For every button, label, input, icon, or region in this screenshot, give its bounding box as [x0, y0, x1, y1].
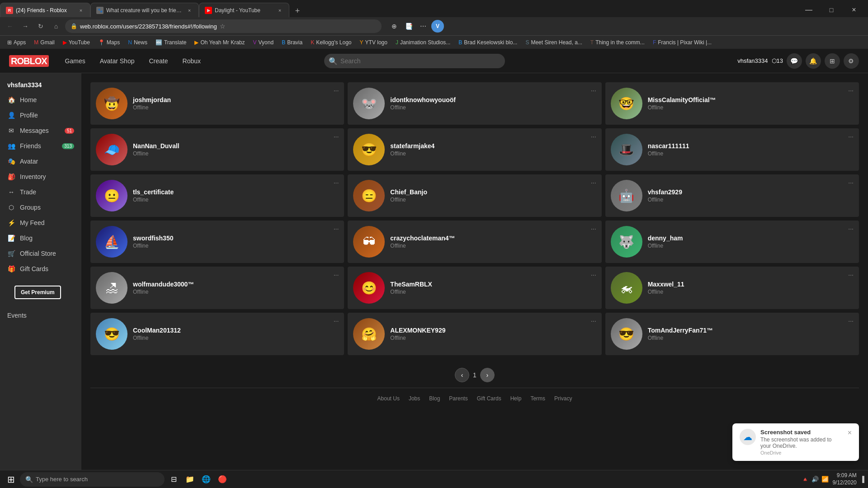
- bookmark-thing[interactable]: T Thing in the comm...: [587, 38, 648, 47]
- tab-youtube[interactable]: ▶ Daylight - YouTube ×: [199, 3, 289, 17]
- volume-icon[interactable]: 🔊: [811, 476, 819, 483]
- friend-menu-button-9[interactable]: ···: [846, 178, 855, 187]
- bookmark-janimation[interactable]: J Janimation Studios...: [392, 38, 454, 47]
- extensions-button[interactable]: ⊕: [388, 20, 401, 33]
- sidebar-item-trade[interactable]: ↔ Trade: [0, 184, 81, 200]
- bookmark-brad[interactable]: B Brad Keselowski blo...: [455, 38, 521, 47]
- show-desktop-button[interactable]: ▐: [860, 476, 864, 483]
- footer-privacy[interactable]: Privacy: [554, 395, 572, 402]
- get-premium-button[interactable]: Get Premium: [14, 286, 61, 299]
- chrome-button[interactable]: 🔴: [215, 472, 230, 487]
- nav-avatar-shop[interactable]: Avatar Shop: [93, 54, 142, 68]
- bookmark-ytv[interactable]: Y YTV logo: [356, 38, 391, 47]
- friend-menu-button-16[interactable]: ···: [332, 316, 341, 325]
- prev-page-button[interactable]: ‹: [455, 368, 469, 382]
- sidebar-item-home[interactable]: 🏠 Home: [0, 92, 81, 108]
- network-icon[interactable]: 📶: [821, 476, 829, 483]
- notification-close-button[interactable]: ×: [848, 429, 852, 437]
- sidebar-events[interactable]: Events: [0, 308, 81, 323]
- sidebar-item-messages[interactable]: ✉ Messages 51: [0, 123, 81, 138]
- browser-menu-button[interactable]: ⋯: [417, 20, 429, 33]
- up-arrow-icon[interactable]: 🔺: [802, 476, 809, 483]
- friend-menu-button-18[interactable]: ···: [846, 316, 855, 325]
- bookmark-maps[interactable]: 📍 Maps: [94, 38, 123, 47]
- bookmark-news[interactable]: N News: [124, 38, 151, 47]
- bookmark-francis[interactable]: F Francis | Pixar Wiki |...: [649, 38, 715, 47]
- friend-card-8[interactable]: 😑 Chief_Banjo Offline ···: [348, 174, 601, 217]
- friend-card-10[interactable]: ⛵ swordfish350 Offline ···: [90, 221, 344, 263]
- sidebar-item-myfeed[interactable]: ⚡ My Feed: [0, 215, 81, 230]
- friend-menu-button-12[interactable]: ···: [846, 224, 855, 233]
- footer-about[interactable]: About Us: [377, 395, 400, 402]
- sidebar-item-inventory[interactable]: 🎒 Inventory: [0, 169, 81, 184]
- bookmark-star-icon[interactable]: ☆: [220, 23, 226, 30]
- file-explorer-button[interactable]: 📁: [183, 472, 197, 487]
- bookmark-apps[interactable]: ⊞ Apps: [4, 38, 29, 47]
- friend-card-14[interactable]: 😊 TheSamRBLX Offline ···: [348, 267, 601, 309]
- friend-card-9[interactable]: 🤖 vhsfan2929 Offline ···: [605, 174, 859, 217]
- home-button[interactable]: ⌂: [50, 20, 62, 33]
- footer-giftcards[interactable]: Gift Cards: [477, 395, 501, 402]
- friend-menu-button-2[interactable]: ···: [589, 86, 598, 95]
- friend-menu-button-7[interactable]: ···: [332, 178, 341, 187]
- friend-card-18[interactable]: 😎 TomAndJerryFan71™ Offline ···: [605, 313, 859, 355]
- tab-close-youtube[interactable]: ×: [276, 7, 283, 14]
- close-window-button[interactable]: ×: [844, 3, 864, 17]
- collections-button[interactable]: 📑: [402, 20, 415, 33]
- sidebar-item-profile[interactable]: 👤 Profile: [0, 108, 81, 123]
- friend-card-5[interactable]: 😎 statefarmjake4 Offline ···: [348, 128, 601, 171]
- taskbar-datetime[interactable]: 9:09 AM 9/12/2020: [832, 472, 856, 486]
- bookmark-vyond[interactable]: V Vyond: [250, 38, 278, 47]
- sidebar-item-avatar[interactable]: 🎭 Avatar: [0, 154, 81, 169]
- friend-card-12[interactable]: 🐺 denny_ham Offline ···: [605, 221, 859, 263]
- friend-menu-button-4[interactable]: ···: [332, 132, 341, 141]
- friend-card-3[interactable]: 🤓 MissCalamityOfficial™ Offline ···: [605, 82, 859, 125]
- friend-card-11[interactable]: 🕶 crazychoclateman4™ Offline ···: [348, 221, 601, 263]
- sidebar-item-friends[interactable]: 👥 Friends 313: [0, 138, 81, 154]
- nav-robux[interactable]: Robux: [175, 54, 208, 68]
- friend-menu-button-3[interactable]: ···: [846, 86, 855, 95]
- friend-menu-button-17[interactable]: ···: [589, 316, 598, 325]
- friend-card-15[interactable]: 🏍 Maxxwel_11 Offline ···: [605, 267, 859, 309]
- minimize-button[interactable]: —: [798, 3, 819, 17]
- friend-card-7[interactable]: 😐 tls_certificate Offline ···: [90, 174, 344, 217]
- friend-menu-button-5[interactable]: ···: [589, 132, 598, 141]
- start-button[interactable]: ⊞: [4, 472, 18, 487]
- friend-menu-button-8[interactable]: ···: [589, 178, 598, 187]
- friend-menu-button-10[interactable]: ···: [332, 224, 341, 233]
- friend-card-6[interactable]: 🎩 nascar111111 Offline ···: [605, 128, 859, 171]
- bookmark-kelloggs[interactable]: K Kellogg's Logo: [307, 38, 355, 47]
- new-tab-button[interactable]: +: [291, 5, 304, 17]
- sidebar-item-officialstore[interactable]: 🛒 Official Store: [0, 246, 81, 261]
- roblox-logo[interactable]: ROBLOX: [9, 55, 49, 67]
- address-box[interactable]: 🔒 web.roblox.com/users/223857138/friends…: [65, 19, 382, 33]
- bookmark-ohyeah[interactable]: ▶ Oh Yeah Mr Krabz: [191, 38, 248, 47]
- chat-button[interactable]: 💬: [787, 53, 802, 69]
- friend-menu-button-15[interactable]: ···: [846, 270, 855, 279]
- bookmark-siren[interactable]: S Meet Siren Head, a...: [522, 38, 585, 47]
- friend-menu-button-6[interactable]: ···: [846, 132, 855, 141]
- refresh-button[interactable]: ↻: [34, 20, 47, 33]
- friend-card-17[interactable]: 🤗 ALEXMONKEY929 Offline ···: [348, 313, 601, 355]
- sidebar-item-blog[interactable]: 📝 Blog: [0, 230, 81, 246]
- friend-menu-button-14[interactable]: ···: [589, 270, 598, 279]
- footer-parents[interactable]: Parents: [449, 395, 467, 402]
- bookmark-gmail[interactable]: M Gmail: [30, 38, 58, 47]
- taskbar-search[interactable]: 🔍 Type here to search: [20, 472, 165, 487]
- bookmark-youtube[interactable]: ▶ YouTube: [59, 38, 94, 47]
- friend-menu-button-11[interactable]: ···: [589, 224, 598, 233]
- bookmark-bravia[interactable]: B Bravia: [278, 38, 306, 47]
- back-button[interactable]: ←: [4, 20, 16, 33]
- friend-card-16[interactable]: 😎 CoolMan201312 Offline ···: [90, 313, 344, 355]
- notifications-button[interactable]: 🔔: [806, 53, 821, 69]
- friend-menu-button-13[interactable]: ···: [332, 270, 341, 279]
- grid-button[interactable]: ⊞: [825, 53, 840, 69]
- task-view-button[interactable]: ⊟: [166, 472, 181, 487]
- friend-card-2[interactable]: 🐭 idontknowhowyouoöf Offline ···: [348, 82, 601, 125]
- browser-profile-button[interactable]: V: [431, 20, 444, 33]
- footer-help[interactable]: Help: [510, 395, 522, 402]
- tab-creature[interactable]: 🐾 What creature will you be frien... ×: [90, 3, 199, 17]
- sidebar-item-groups[interactable]: ⬡ Groups: [0, 200, 81, 215]
- footer-jobs[interactable]: Jobs: [409, 395, 420, 402]
- friend-card-13[interactable]: 🏖 wolfmandude3000™ Offline ···: [90, 267, 344, 309]
